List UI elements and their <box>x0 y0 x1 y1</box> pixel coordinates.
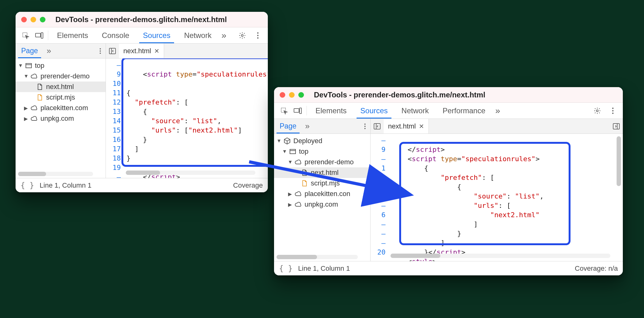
page-tab[interactable]: Page <box>274 119 302 133</box>
gutter: –910111213141516171819– <box>106 58 123 167</box>
sub-header: Page » next.html ✕ <box>16 44 268 58</box>
coverage-label: Coverage: n/a <box>575 264 618 273</box>
tab-network[interactable]: Network <box>395 103 436 119</box>
tree-file-js[interactable]: script.mjs <box>16 92 106 103</box>
code-editor[interactable]: –910111213141516171819– <script type="sp… <box>106 58 268 178</box>
cursor-position: Line 1, Column 1 <box>40 181 91 189</box>
page-more-icon[interactable]: » <box>44 44 54 58</box>
close-tab-icon[interactable]: ✕ <box>154 47 159 55</box>
file-tree: ▼Deployed ▼top ▼prerender-demo next.html… <box>274 134 371 261</box>
svg-point-9 <box>100 53 101 54</box>
file-icon <box>36 83 44 91</box>
pretty-print-icon[interactable]: { } <box>21 181 34 190</box>
gear-icon[interactable] <box>235 32 249 39</box>
svg-point-3 <box>241 35 243 36</box>
inspect-icon[interactable] <box>19 27 32 43</box>
editor-tab[interactable]: next.html ✕ <box>119 44 164 58</box>
device-icon[interactable] <box>291 103 305 119</box>
minimize-icon[interactable] <box>289 92 295 98</box>
tree-origin3[interactable]: ▶unpkg.com <box>16 113 106 124</box>
svg-point-21 <box>364 124 366 125</box>
tabs-more-icon[interactable]: » <box>492 103 504 119</box>
panel-toggle-right-icon[interactable] <box>610 123 623 130</box>
tree-origin[interactable]: ▼prerender-demo <box>274 157 370 167</box>
page-tab[interactable]: Page <box>16 44 44 58</box>
close-tab-icon[interactable]: ✕ <box>419 123 424 130</box>
tree-file-html[interactable]: next.html <box>16 82 106 92</box>
device-icon[interactable] <box>32 27 46 43</box>
panel-collapse-icon[interactable] <box>106 47 119 55</box>
file-icon <box>301 169 308 176</box>
svg-point-18 <box>612 107 613 109</box>
tree-origin3[interactable]: ▶unpkg.com <box>274 199 370 210</box>
tabs-more-icon[interactable]: » <box>218 27 230 43</box>
code-lines: </script> <script type="speculationrules… <box>388 134 623 250</box>
editor-tab[interactable]: next.html ✕ <box>384 119 429 133</box>
tree-file-js[interactable]: script.mjs <box>274 178 370 189</box>
tab-performance[interactable]: Performance <box>436 103 492 119</box>
zoom-icon[interactable] <box>40 17 45 22</box>
file-tree: ▼top ▼prerender-demo next.html script.mj… <box>16 58 106 178</box>
close-icon[interactable] <box>280 92 285 98</box>
svg-point-7 <box>100 48 101 49</box>
cloud-icon <box>31 72 38 80</box>
tree-origin2[interactable]: ▶placekitten.com <box>16 103 106 113</box>
cloud-icon <box>295 158 302 166</box>
titlebar: DevTools - prerender-demos.glitch.me/nex… <box>16 12 268 27</box>
svg-point-20 <box>612 112 613 114</box>
svg-point-8 <box>100 50 101 52</box>
editor-tab-label: next.html <box>388 122 416 130</box>
file-js-icon <box>301 180 308 187</box>
page-more-icon[interactable]: » <box>302 119 313 133</box>
cloud-icon <box>295 201 302 208</box>
tab-elements[interactable]: Elements <box>309 103 353 119</box>
svg-rect-2 <box>41 33 43 38</box>
devtools-window-a: DevTools - prerender-demos.glitch.me/nex… <box>16 12 268 192</box>
close-icon[interactable] <box>21 17 27 22</box>
hscroll-code[interactable] <box>126 171 255 175</box>
cloud-icon <box>295 190 302 198</box>
hscroll-tree[interactable] <box>277 255 358 259</box>
panel-collapse-icon[interactable] <box>371 123 384 130</box>
zoom-icon[interactable] <box>298 92 304 98</box>
gear-icon[interactable] <box>590 107 604 115</box>
tree-top[interactable]: ▼top <box>274 146 370 157</box>
tab-elements[interactable]: Elements <box>50 27 95 43</box>
svg-point-19 <box>612 110 613 111</box>
file-js-icon <box>36 94 44 101</box>
frame-icon <box>25 62 32 69</box>
kebab-icon[interactable] <box>251 32 265 39</box>
tree-deployed[interactable]: ▼Deployed <box>274 136 370 146</box>
sub-header: Page » next.html ✕ <box>274 119 623 134</box>
coverage-label: Coverage <box>233 181 263 189</box>
deployed-icon <box>283 137 291 145</box>
tree-top[interactable]: ▼top <box>16 60 106 71</box>
cloud-icon <box>31 104 38 112</box>
body: ▼top ▼prerender-demo next.html script.mj… <box>16 58 268 178</box>
page-kebab-icon[interactable] <box>95 44 106 58</box>
vscroll-code[interactable] <box>617 136 621 186</box>
tab-sources[interactable]: Sources <box>353 103 395 119</box>
tree-file-html[interactable]: next.html <box>274 167 370 178</box>
code-editor[interactable]: –9–1–3––6–––20 </script> <script type="s… <box>371 134 623 261</box>
svg-rect-1 <box>36 33 40 37</box>
tree-origin2[interactable]: ▶placekitten.con <box>274 189 370 199</box>
pretty-print-icon[interactable]: { } <box>279 264 292 273</box>
page-kebab-icon[interactable] <box>360 119 370 133</box>
tab-console[interactable]: Console <box>95 27 136 43</box>
svg-point-4 <box>257 32 258 33</box>
minimize-icon[interactable] <box>31 17 36 22</box>
tree-origin[interactable]: ▼prerender-demo <box>16 71 106 82</box>
tab-sources[interactable]: Sources <box>136 27 177 43</box>
hscroll-code[interactable] <box>391 254 610 258</box>
code-lines: <script type="speculationrules"> { "pref… <box>123 58 268 167</box>
traffic-lights <box>21 17 45 22</box>
kebab-icon[interactable] <box>606 107 620 114</box>
gutter: –9–1–3––6–––20 <box>371 134 388 250</box>
frame-icon <box>289 148 296 155</box>
statusbar: { } Line 1, Column 1 Coverage <box>16 178 268 192</box>
tab-network[interactable]: Network <box>177 27 218 43</box>
hscroll-tree[interactable] <box>18 172 93 176</box>
inspect-icon[interactable] <box>277 103 291 119</box>
svg-point-5 <box>257 35 258 36</box>
